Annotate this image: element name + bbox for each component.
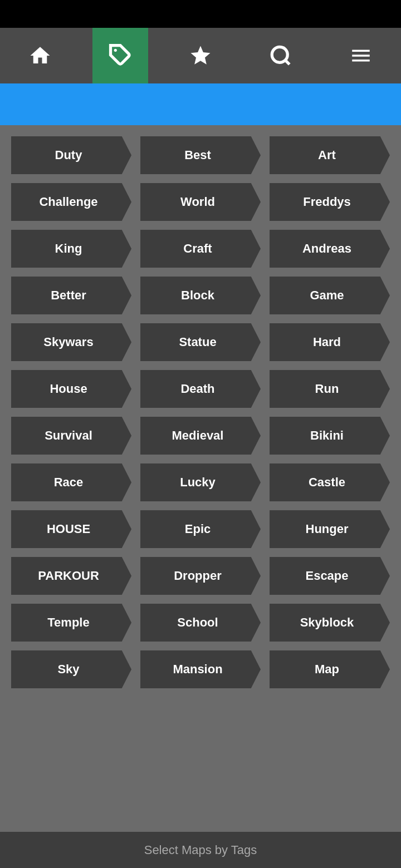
nav-search[interactable] bbox=[253, 28, 309, 83]
nav-menu[interactable] bbox=[333, 28, 389, 83]
tag-button[interactable]: King bbox=[11, 230, 131, 268]
tag-button[interactable]: Death bbox=[140, 370, 261, 408]
nav-home[interactable] bbox=[12, 28, 68, 83]
tag-button[interactable]: Epic bbox=[140, 510, 261, 548]
tag-button[interactable]: Survival bbox=[11, 417, 131, 455]
svg-line-2 bbox=[285, 60, 290, 65]
nav-favorites[interactable] bbox=[173, 28, 228, 83]
tag-button[interactable]: Craft bbox=[140, 230, 261, 268]
tag-button[interactable]: House bbox=[11, 370, 131, 408]
tag-button[interactable]: Freddys bbox=[270, 183, 390, 221]
tag-icon bbox=[109, 43, 132, 67]
footer-label: Select Maps by Tags bbox=[144, 843, 257, 857]
tag-button[interactable]: Block bbox=[140, 277, 261, 314]
tag-button[interactable]: Dropper bbox=[140, 557, 261, 595]
search-icon bbox=[269, 44, 292, 67]
tag-button[interactable]: Challenge bbox=[11, 183, 131, 221]
tag-button[interactable]: Sky bbox=[11, 650, 131, 688]
tag-button[interactable]: Hunger bbox=[270, 510, 390, 548]
tag-button[interactable]: World bbox=[140, 183, 261, 221]
footer: Select Maps by Tags bbox=[0, 832, 401, 868]
status-bar bbox=[0, 0, 401, 28]
tag-button[interactable]: Castle bbox=[270, 463, 390, 501]
tag-button[interactable]: HOUSE bbox=[11, 510, 131, 548]
svg-point-0 bbox=[114, 48, 117, 51]
nav-tags[interactable] bbox=[92, 28, 148, 83]
tag-button[interactable]: Map bbox=[270, 650, 390, 688]
tag-button[interactable]: Mansion bbox=[140, 650, 261, 688]
tag-button[interactable]: School bbox=[140, 604, 261, 642]
tag-button[interactable]: Best bbox=[140, 136, 261, 174]
tag-button[interactable]: Skyblock bbox=[270, 604, 390, 642]
star-icon bbox=[189, 44, 212, 67]
nav-bar bbox=[0, 28, 401, 83]
tag-button[interactable]: Duty bbox=[11, 136, 131, 174]
tag-button[interactable]: Statue bbox=[140, 323, 261, 361]
tags-grid: DutyBestArtChallengeWorldFreddysKingCraf… bbox=[11, 136, 390, 688]
tag-button[interactable]: Bikini bbox=[270, 417, 390, 455]
tag-button[interactable]: Better bbox=[11, 277, 131, 314]
svg-point-1 bbox=[272, 47, 287, 62]
tag-button[interactable]: Medieval bbox=[140, 417, 261, 455]
tag-button[interactable]: Escape bbox=[270, 557, 390, 595]
tag-button[interactable]: Race bbox=[11, 463, 131, 501]
header-strip bbox=[0, 83, 401, 125]
tag-button[interactable]: PARKOUR bbox=[11, 557, 131, 595]
tag-button[interactable]: Temple bbox=[11, 604, 131, 642]
tags-container: DutyBestArtChallengeWorldFreddysKingCraf… bbox=[0, 125, 401, 733]
tag-button[interactable]: Lucky bbox=[140, 463, 261, 501]
tag-button[interactable]: Art bbox=[270, 136, 390, 174]
tag-button[interactable]: Skywars bbox=[11, 323, 131, 361]
tag-button[interactable]: Run bbox=[270, 370, 390, 408]
home-icon bbox=[28, 44, 52, 67]
tag-button[interactable]: Game bbox=[270, 277, 390, 314]
menu-icon bbox=[349, 44, 373, 67]
tag-button[interactable]: Andreas bbox=[270, 230, 390, 268]
tag-button[interactable]: Hard bbox=[270, 323, 390, 361]
